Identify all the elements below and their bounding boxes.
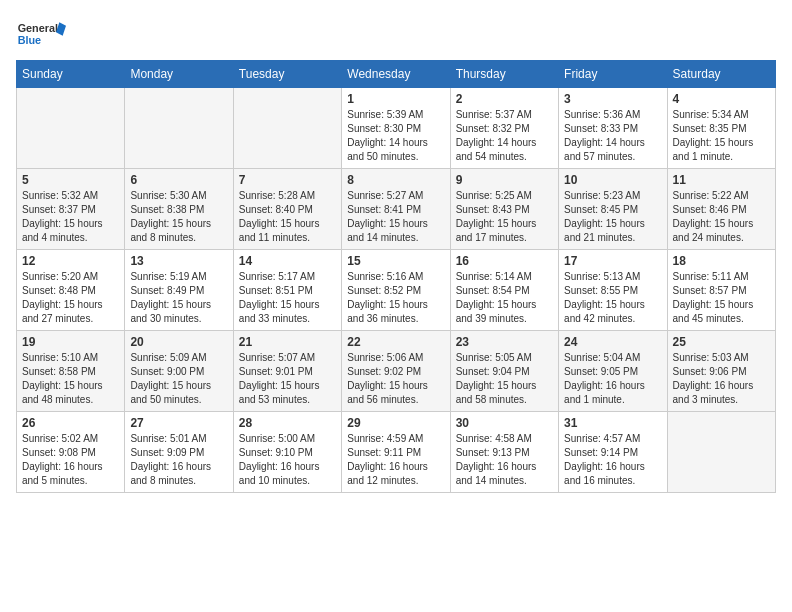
calendar-cell: 1Sunrise: 5:39 AM Sunset: 8:30 PM Daylig… <box>342 88 450 169</box>
day-number: 19 <box>22 335 119 349</box>
weekday-header-tuesday: Tuesday <box>233 61 341 88</box>
calendar-table: SundayMondayTuesdayWednesdayThursdayFrid… <box>16 60 776 493</box>
calendar-cell: 16Sunrise: 5:14 AM Sunset: 8:54 PM Dayli… <box>450 250 558 331</box>
day-info: Sunrise: 5:36 AM Sunset: 8:33 PM Dayligh… <box>564 108 661 164</box>
calendar-cell: 23Sunrise: 5:05 AM Sunset: 9:04 PM Dayli… <box>450 331 558 412</box>
week-row-4: 19Sunrise: 5:10 AM Sunset: 8:58 PM Dayli… <box>17 331 776 412</box>
weekday-header-wednesday: Wednesday <box>342 61 450 88</box>
header: General Blue <box>16 16 776 52</box>
svg-text:Blue: Blue <box>18 34 41 46</box>
calendar-cell: 3Sunrise: 5:36 AM Sunset: 8:33 PM Daylig… <box>559 88 667 169</box>
day-number: 7 <box>239 173 336 187</box>
day-number: 20 <box>130 335 227 349</box>
day-number: 1 <box>347 92 444 106</box>
day-number: 17 <box>564 254 661 268</box>
calendar-cell: 30Sunrise: 4:58 AM Sunset: 9:13 PM Dayli… <box>450 412 558 493</box>
logo: General Blue <box>16 16 66 52</box>
calendar-cell: 28Sunrise: 5:00 AM Sunset: 9:10 PM Dayli… <box>233 412 341 493</box>
calendar-cell: 20Sunrise: 5:09 AM Sunset: 9:00 PM Dayli… <box>125 331 233 412</box>
day-info: Sunrise: 5:19 AM Sunset: 8:49 PM Dayligh… <box>130 270 227 326</box>
day-number: 29 <box>347 416 444 430</box>
calendar-cell: 15Sunrise: 5:16 AM Sunset: 8:52 PM Dayli… <box>342 250 450 331</box>
day-info: Sunrise: 5:01 AM Sunset: 9:09 PM Dayligh… <box>130 432 227 488</box>
calendar-cell: 10Sunrise: 5:23 AM Sunset: 8:45 PM Dayli… <box>559 169 667 250</box>
calendar-cell: 21Sunrise: 5:07 AM Sunset: 9:01 PM Dayli… <box>233 331 341 412</box>
day-number: 21 <box>239 335 336 349</box>
calendar-cell: 22Sunrise: 5:06 AM Sunset: 9:02 PM Dayli… <box>342 331 450 412</box>
weekday-header-thursday: Thursday <box>450 61 558 88</box>
calendar-cell <box>667 412 775 493</box>
calendar-cell: 18Sunrise: 5:11 AM Sunset: 8:57 PM Dayli… <box>667 250 775 331</box>
calendar-cell: 6Sunrise: 5:30 AM Sunset: 8:38 PM Daylig… <box>125 169 233 250</box>
day-info: Sunrise: 5:10 AM Sunset: 8:58 PM Dayligh… <box>22 351 119 407</box>
week-row-3: 12Sunrise: 5:20 AM Sunset: 8:48 PM Dayli… <box>17 250 776 331</box>
day-info: Sunrise: 5:07 AM Sunset: 9:01 PM Dayligh… <box>239 351 336 407</box>
calendar-cell: 8Sunrise: 5:27 AM Sunset: 8:41 PM Daylig… <box>342 169 450 250</box>
calendar-cell: 31Sunrise: 4:57 AM Sunset: 9:14 PM Dayli… <box>559 412 667 493</box>
weekday-header-row: SundayMondayTuesdayWednesdayThursdayFrid… <box>17 61 776 88</box>
day-info: Sunrise: 5:02 AM Sunset: 9:08 PM Dayligh… <box>22 432 119 488</box>
day-number: 3 <box>564 92 661 106</box>
day-info: Sunrise: 5:03 AM Sunset: 9:06 PM Dayligh… <box>673 351 770 407</box>
day-number: 18 <box>673 254 770 268</box>
day-number: 30 <box>456 416 553 430</box>
day-number: 6 <box>130 173 227 187</box>
day-number: 2 <box>456 92 553 106</box>
calendar-cell: 13Sunrise: 5:19 AM Sunset: 8:49 PM Dayli… <box>125 250 233 331</box>
day-number: 11 <box>673 173 770 187</box>
calendar-cell: 17Sunrise: 5:13 AM Sunset: 8:55 PM Dayli… <box>559 250 667 331</box>
day-info: Sunrise: 5:14 AM Sunset: 8:54 PM Dayligh… <box>456 270 553 326</box>
day-info: Sunrise: 5:34 AM Sunset: 8:35 PM Dayligh… <box>673 108 770 164</box>
week-row-1: 1Sunrise: 5:39 AM Sunset: 8:30 PM Daylig… <box>17 88 776 169</box>
calendar-cell: 5Sunrise: 5:32 AM Sunset: 8:37 PM Daylig… <box>17 169 125 250</box>
weekday-header-friday: Friday <box>559 61 667 88</box>
day-info: Sunrise: 5:37 AM Sunset: 8:32 PM Dayligh… <box>456 108 553 164</box>
day-number: 10 <box>564 173 661 187</box>
day-info: Sunrise: 5:17 AM Sunset: 8:51 PM Dayligh… <box>239 270 336 326</box>
calendar-cell: 29Sunrise: 4:59 AM Sunset: 9:11 PM Dayli… <box>342 412 450 493</box>
day-info: Sunrise: 5:30 AM Sunset: 8:38 PM Dayligh… <box>130 189 227 245</box>
day-info: Sunrise: 5:00 AM Sunset: 9:10 PM Dayligh… <box>239 432 336 488</box>
calendar-cell: 26Sunrise: 5:02 AM Sunset: 9:08 PM Dayli… <box>17 412 125 493</box>
calendar-cell <box>17 88 125 169</box>
day-number: 9 <box>456 173 553 187</box>
day-info: Sunrise: 5:09 AM Sunset: 9:00 PM Dayligh… <box>130 351 227 407</box>
day-info: Sunrise: 4:59 AM Sunset: 9:11 PM Dayligh… <box>347 432 444 488</box>
calendar-cell <box>233 88 341 169</box>
day-number: 25 <box>673 335 770 349</box>
logo-svg: General Blue <box>16 16 66 52</box>
day-number: 24 <box>564 335 661 349</box>
calendar-cell: 2Sunrise: 5:37 AM Sunset: 8:32 PM Daylig… <box>450 88 558 169</box>
weekday-header-monday: Monday <box>125 61 233 88</box>
weekday-header-saturday: Saturday <box>667 61 775 88</box>
day-info: Sunrise: 5:32 AM Sunset: 8:37 PM Dayligh… <box>22 189 119 245</box>
day-info: Sunrise: 5:39 AM Sunset: 8:30 PM Dayligh… <box>347 108 444 164</box>
day-number: 4 <box>673 92 770 106</box>
calendar-cell: 12Sunrise: 5:20 AM Sunset: 8:48 PM Dayli… <box>17 250 125 331</box>
day-number: 16 <box>456 254 553 268</box>
day-number: 14 <box>239 254 336 268</box>
day-info: Sunrise: 4:58 AM Sunset: 9:13 PM Dayligh… <box>456 432 553 488</box>
weekday-header-sunday: Sunday <box>17 61 125 88</box>
calendar-cell: 14Sunrise: 5:17 AM Sunset: 8:51 PM Dayli… <box>233 250 341 331</box>
day-number: 31 <box>564 416 661 430</box>
day-info: Sunrise: 5:06 AM Sunset: 9:02 PM Dayligh… <box>347 351 444 407</box>
calendar-cell: 27Sunrise: 5:01 AM Sunset: 9:09 PM Dayli… <box>125 412 233 493</box>
calendar-cell: 25Sunrise: 5:03 AM Sunset: 9:06 PM Dayli… <box>667 331 775 412</box>
calendar-cell <box>125 88 233 169</box>
day-info: Sunrise: 5:16 AM Sunset: 8:52 PM Dayligh… <box>347 270 444 326</box>
day-info: Sunrise: 5:05 AM Sunset: 9:04 PM Dayligh… <box>456 351 553 407</box>
day-number: 22 <box>347 335 444 349</box>
day-info: Sunrise: 5:13 AM Sunset: 8:55 PM Dayligh… <box>564 270 661 326</box>
day-number: 23 <box>456 335 553 349</box>
day-info: Sunrise: 5:22 AM Sunset: 8:46 PM Dayligh… <box>673 189 770 245</box>
calendar-cell: 19Sunrise: 5:10 AM Sunset: 8:58 PM Dayli… <box>17 331 125 412</box>
svg-text:General: General <box>18 22 58 34</box>
day-info: Sunrise: 5:28 AM Sunset: 8:40 PM Dayligh… <box>239 189 336 245</box>
day-number: 15 <box>347 254 444 268</box>
day-number: 26 <box>22 416 119 430</box>
calendar-cell: 24Sunrise: 5:04 AM Sunset: 9:05 PM Dayli… <box>559 331 667 412</box>
day-number: 28 <box>239 416 336 430</box>
day-info: Sunrise: 5:27 AM Sunset: 8:41 PM Dayligh… <box>347 189 444 245</box>
day-number: 8 <box>347 173 444 187</box>
